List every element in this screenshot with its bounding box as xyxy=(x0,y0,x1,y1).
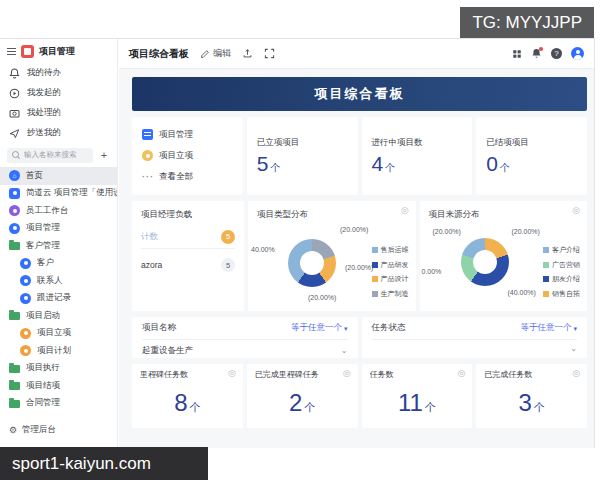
stat-label: 已立项项目 xyxy=(257,137,348,149)
filter-operator-dropdown[interactable]: 等于任意一个 ▾ xyxy=(291,322,348,334)
sidebar-item-my-todos[interactable]: 我的待办 xyxy=(0,63,117,83)
folder-icon xyxy=(9,365,20,373)
chart-legend: 客户介绍 广告营销 朋友介绍 销售自拓 xyxy=(543,245,580,299)
search-input[interactable]: 输入名称来搜索 xyxy=(7,148,93,163)
legend-item[interactable]: 售后运维 xyxy=(372,245,409,255)
widget-filter-icon[interactable]: ◎ xyxy=(457,369,465,378)
app-title: 项目管理 xyxy=(39,45,75,58)
sidebar-item-project-plan[interactable]: 项目计划 xyxy=(0,342,117,360)
legend-label: 售后运维 xyxy=(381,245,409,255)
sidebar-group-project-closing[interactable]: 项目结项 xyxy=(0,377,117,395)
sidebar-item-usage-guide[interactable]: 简道云 项目管理「使用说明」 xyxy=(0,185,117,203)
project-app-icon xyxy=(9,223,20,234)
quicklink-project-management[interactable]: 项目管理 xyxy=(142,124,233,145)
sidebar-item-admin-backend[interactable]: ⚙ 管理后台 xyxy=(9,424,56,436)
chart-title: 项目类型分布 xyxy=(257,209,407,221)
folder-icon xyxy=(9,312,20,320)
filter-value-select[interactable]: 起重设备生产 ⌄ xyxy=(142,339,348,357)
legend-item[interactable]: 广告营销 xyxy=(543,260,580,270)
pie-label: 0.00% xyxy=(422,268,442,275)
notifications-button[interactable] xyxy=(531,48,542,59)
ellipsis-icon: ··· xyxy=(142,172,153,182)
approval-icon xyxy=(20,328,31,339)
quicklink-project-approval[interactable]: 项目立项 xyxy=(142,145,233,166)
legend-item[interactable]: 生产制造 xyxy=(372,289,409,299)
widget-filter-icon[interactable]: ◎ xyxy=(572,369,580,378)
sidebar-item-project-approval[interactable]: 项目立项 xyxy=(0,325,117,343)
legend-item[interactable]: 销售自拓 xyxy=(543,289,580,299)
contact-icon xyxy=(20,275,31,286)
legend-item[interactable]: 客户介绍 xyxy=(543,245,580,255)
stat-label: 里程碑任务数 xyxy=(140,369,235,380)
approval-coin-icon xyxy=(142,150,153,161)
stats-top-row: 项目管理 项目立项 ··· 查看全部 已立项项目 5个 xyxy=(132,117,587,195)
menu-hamburger-icon[interactable] xyxy=(7,46,16,57)
stat-value: 5个 xyxy=(257,152,348,176)
sidebar-item-handled-by-me[interactable]: 我处理的 xyxy=(0,103,117,123)
apps-grid-button[interactable] xyxy=(512,49,522,59)
stat-number: 11 xyxy=(398,389,423,416)
sidebar-item-contacts[interactable]: 联系人 xyxy=(0,272,117,290)
stat-unit: 个 xyxy=(190,401,201,413)
legend-label: 生产制造 xyxy=(381,289,409,299)
sidebar-item-project-management[interactable]: 项目管理 xyxy=(0,220,117,238)
nav-label: 员工工作台 xyxy=(26,205,69,217)
quicklink-label: 项目立项 xyxy=(159,150,193,162)
fullscreen-button[interactable] xyxy=(264,48,275,59)
sidebar-item-initiated-by-me[interactable]: 我发起的 xyxy=(0,83,117,103)
pie-label: (20.00%) xyxy=(433,228,461,235)
filters-row: 项目名称 等于任意一个 ▾ 起重设备生产 ⌄ 任务状态 xyxy=(132,317,587,358)
export-button[interactable] xyxy=(242,48,253,59)
sidebar-group-contract-management[interactable]: 合同管理 xyxy=(0,395,117,413)
widget-filter-icon[interactable]: ◎ xyxy=(228,369,236,378)
sidebar-item-home[interactable]: ⌂ 首页 xyxy=(0,167,117,185)
legend-swatch xyxy=(543,262,549,268)
stat-value: 8个 xyxy=(140,389,235,417)
sidebar-item-followup-records[interactable]: 跟进记录 xyxy=(0,290,117,308)
nav-label: 简道云 项目管理「使用说明」 xyxy=(26,187,117,199)
widget-filter-icon[interactable]: ◎ xyxy=(343,369,351,378)
add-button[interactable]: + xyxy=(98,149,110,161)
quicklink-view-all[interactable]: ··· 查看全部 xyxy=(142,166,233,187)
stat-card-inprogress-projects: 进行中项目数 4个 xyxy=(362,117,473,195)
stat-value: 4个 xyxy=(372,152,463,176)
legend-item[interactable]: 产品设计 xyxy=(372,274,409,284)
caret-down-icon: ▾ xyxy=(344,325,348,332)
caret-down-icon: ▾ xyxy=(573,325,577,332)
legend-item[interactable]: 产品研发 xyxy=(372,260,409,270)
dashboard-banner: 项目综合看板 xyxy=(132,77,587,111)
edit-button[interactable]: 编辑 xyxy=(200,47,231,60)
sidebar-item-staff-workbench[interactable]: 员工工作台 xyxy=(0,202,117,220)
stat-value: 11个 xyxy=(370,389,465,417)
legend-item[interactable]: 朋友介绍 xyxy=(543,274,580,284)
stat-value: 0个 xyxy=(486,152,577,176)
sidebar-group-customer-management[interactable]: 客户管理 xyxy=(0,237,117,255)
filter-operator-dropdown[interactable]: 等于任意一个 ▾ xyxy=(520,322,577,334)
filter-label: 项目名称 xyxy=(142,322,176,334)
filter-value-select[interactable]: ⌄ xyxy=(372,339,578,353)
manager-name: azora xyxy=(141,260,162,270)
filter-value: 起重设备生产 xyxy=(142,345,193,357)
project-doc-icon xyxy=(142,129,153,140)
charts-row: 项目经理负载 计数 5 azora 5 项目类型分布 ◎ (20.00%) xyxy=(132,201,587,311)
user-avatar[interactable] xyxy=(571,47,584,60)
stat-unit: 个 xyxy=(534,401,545,413)
stat-label: 已完成里程碑任务 xyxy=(255,369,350,380)
edit-label: 编辑 xyxy=(213,47,231,60)
folder-icon xyxy=(9,400,20,408)
sidebar-group-project-execution[interactable]: 项目执行 xyxy=(0,360,117,378)
manager-row[interactable]: 计数 5 xyxy=(141,225,235,249)
manager-row[interactable]: azora 5 xyxy=(141,253,235,277)
help-button[interactable]: ? xyxy=(551,48,562,59)
stat-unit: 个 xyxy=(500,162,510,173)
nav-label: 合同管理 xyxy=(26,397,60,409)
sidebar-item-customers[interactable]: 客户 xyxy=(0,255,117,273)
widget-filter-icon[interactable]: ◎ xyxy=(572,206,580,215)
chart-legend: 售后运维 产品研发 产品设计 生产制造 xyxy=(372,245,409,299)
stat-value: 2个 xyxy=(255,389,350,417)
widget-filter-icon[interactable]: ◎ xyxy=(401,206,409,215)
sidebar-item-cc-to-me[interactable]: 抄送我的 xyxy=(0,123,117,143)
sidebar-group-project-kickoff[interactable]: 项目启动 xyxy=(0,307,117,325)
legend-swatch xyxy=(543,291,549,297)
legend-label: 销售自拓 xyxy=(552,289,580,299)
